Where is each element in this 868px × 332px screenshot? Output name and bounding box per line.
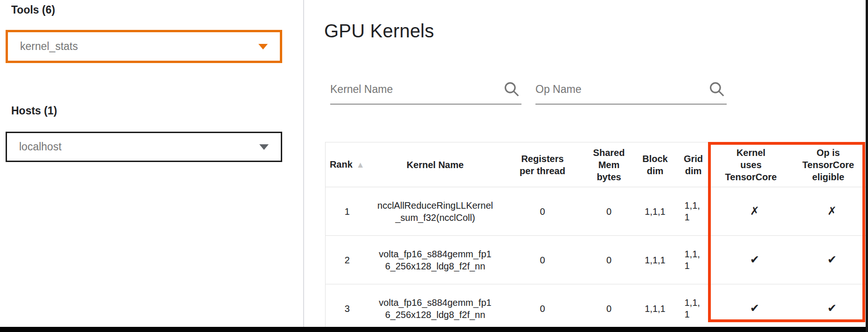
column-header-kernel-name[interactable]: Kernel Name (369, 142, 502, 187)
column-header-registers-per-thread[interactable]: Registers per thread (502, 142, 583, 187)
grid-dim-cell: 1,1,1 (676, 284, 711, 332)
grid-dim-cell: 1,1,1 (676, 187, 711, 236)
registers-per-thread-cell: 0 (502, 187, 583, 236)
profiler-page: Tools (6) kernel_stats Hosts (1) localho… (0, 0, 868, 332)
rank-cell: 2 (326, 236, 369, 284)
op-is-tensorcore-eligible-cell: ✔ (791, 236, 866, 284)
column-header-op-is-tensorcore-eligible[interactable]: Op is TensorCore eligible (791, 142, 866, 187)
block-dim-cell: 1,1,1 (635, 236, 676, 284)
registers-per-thread-cell: 0 (502, 284, 583, 332)
hosts-section-label: Hosts (1) (11, 105, 57, 117)
rank-cell: 1 (326, 187, 369, 236)
kernel-name-input[interactable] (330, 78, 496, 101)
chevron-down-icon (258, 44, 268, 49)
block-dim-cell: 1,1,1 (635, 187, 676, 236)
registers-per-thread-cell: 0 (502, 236, 583, 284)
tools-section-label: Tools (6) (11, 4, 55, 16)
page-title: GPU Kernels (324, 21, 434, 42)
tools-dropdown-value: kernel_stats (20, 40, 78, 53)
table-row: 2 volta_fp16_s884gemm_fp16_256x128_ldg8_… (326, 236, 866, 284)
column-header-kernel-uses-tensorcore[interactable]: Kernel uses TensorCore (711, 142, 791, 187)
window-right-edge (866, 0, 868, 332)
column-header-rank[interactable]: Rank▲ (326, 142, 369, 187)
window-bottom-edge (0, 327, 868, 332)
tools-dropdown[interactable]: kernel_stats (6, 30, 282, 63)
op-name-filter (535, 78, 727, 105)
kernel-name-cell: ncclAllReduceRingLLKernel_sum_f32(ncclCo… (369, 187, 502, 236)
kernel-uses-tensorcore-cell: ✔ (711, 236, 791, 284)
kernel-uses-tensorcore-cell: ✔ (711, 284, 791, 332)
kernel-name-cell: volta_fp16_s884gemm_fp16_256x128_ldg8_f2… (369, 236, 502, 284)
kernel-uses-tensorcore-cell: ✗ (711, 187, 791, 236)
column-header-block-dim[interactable]: Block dim (635, 142, 676, 187)
column-header-grid-dim[interactable]: Grid dim (676, 142, 711, 187)
table-row: 1 ncclAllReduceRingLLKernel_sum_f32(nccl… (326, 187, 866, 236)
sort-ascending-icon: ▲ (353, 160, 365, 170)
search-icon (708, 80, 726, 98)
column-header-shared-mem-bytes[interactable]: Shared Mem bytes (583, 142, 635, 187)
kernel-name-filter (330, 78, 521, 105)
op-is-tensorcore-eligible-cell: ✔ (791, 284, 866, 332)
gpu-kernels-table: Rank▲ Kernel Name Registers per thread S… (325, 142, 866, 332)
hosts-dropdown[interactable]: localhost (6, 132, 282, 162)
shared-mem-bytes-cell: 0 (583, 284, 635, 332)
grid-dim-cell: 1,1,1 (676, 236, 711, 284)
rank-cell: 3 (326, 284, 369, 332)
op-is-tensorcore-eligible-cell: ✗ (791, 187, 866, 236)
shared-mem-bytes-cell: 0 (583, 236, 635, 284)
shared-mem-bytes-cell: 0 (583, 187, 635, 236)
block-dim-cell: 1,1,1 (635, 284, 676, 332)
table-header-row: Rank▲ Kernel Name Registers per thread S… (326, 142, 866, 187)
search-icon (503, 80, 521, 98)
kernel-name-cell: volta_fp16_s884gemm_fp16_256x128_ldg8_f2… (369, 284, 502, 332)
chevron-down-icon (259, 144, 269, 150)
table-row: 3 volta_fp16_s884gemm_fp16_256x128_ldg8_… (326, 284, 866, 332)
sidebar-divider (303, 0, 304, 327)
hosts-dropdown-value: localhost (19, 141, 62, 153)
op-name-input[interactable] (535, 78, 701, 101)
